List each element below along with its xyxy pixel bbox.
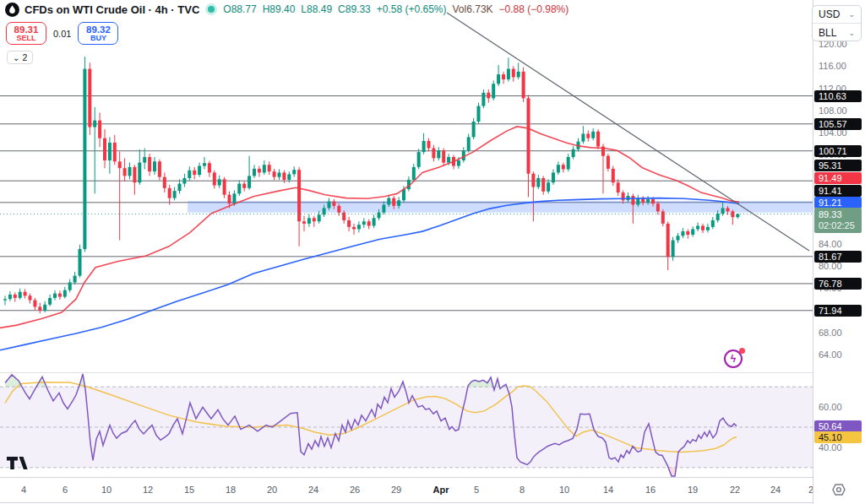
legend-volume-change: −0.88 (−0.98%) (499, 3, 569, 15)
collapsed-count: 2 (22, 52, 27, 62)
time-axis-label: 12 (143, 485, 153, 495)
time-axis-label: 24 (770, 485, 781, 495)
price-level-chip: 91.49 (814, 172, 862, 184)
magic-signal-button[interactable]: ϟ (724, 350, 744, 370)
trading-chart-window: CFDs on WTI Crude Oil · 4h · TVC O88.77 … (0, 0, 865, 504)
time-axis-label: 15 (184, 485, 194, 495)
price-level-chip: 91.41 (814, 185, 862, 197)
symbol-title[interactable]: CFDs on WTI Crude Oil · 4h · TVC (24, 3, 199, 16)
chevron-down-icon: ⌄ (848, 10, 855, 19)
currency-value: USD (819, 8, 840, 20)
legend-low: L88.49 (301, 3, 332, 15)
rsi-ma-value-chip: 45.10 (814, 431, 862, 443)
collapse-indicators-button[interactable]: ⌄ 2 (7, 51, 33, 64)
price-level-chip: 95.31 (814, 160, 862, 171)
time-axis-label: 14 (603, 485, 613, 495)
scale-unit-selector: USD ⌄ BLL ⌄ (812, 5, 862, 41)
price-tick-label: 68.00 (819, 328, 842, 338)
time-axis-label: 10 (101, 485, 112, 495)
time-axis-label: 4 (21, 485, 26, 495)
time-axis-label: 29 (391, 485, 401, 495)
rsi-value-chip: 50.64 (814, 420, 862, 432)
last-price-chip: 89.3302:02:25 (814, 208, 862, 233)
sell-label: SELL (16, 35, 35, 42)
notification-dot (739, 348, 745, 354)
time-axis-label: 26 (350, 485, 360, 495)
ohlc-legend: O88.77 H89.40 L88.49 C89.33 +0.58 (+0.65… (223, 3, 569, 15)
last-price-value: 89.33 (819, 209, 862, 220)
chart-legend: CFDs on WTI Crude Oil · 4h · TVC O88.77 … (5, 2, 569, 17)
time-axis-label: Apr (433, 485, 449, 495)
rsi-tick-label: 40.00 (819, 442, 842, 453)
buy-button[interactable]: 89.32 BUY (78, 22, 118, 45)
time-axis-label: 6 (63, 485, 68, 495)
price-tick-label: 108.00 (819, 106, 847, 116)
price-chart-canvas[interactable] (0, 0, 865, 504)
price-level-chip: 91.21 (814, 197, 862, 209)
currency-select[interactable]: USD ⌄ (813, 6, 861, 24)
price-scale[interactable]: 120.00116.00112.00108.00104.00100.0096.0… (813, 0, 865, 504)
price-level-chip: 71.94 (814, 305, 862, 317)
pane-separator[interactable] (0, 372, 865, 373)
legend-open: O88.77 (223, 3, 256, 15)
sell-price: 89.31 (14, 24, 39, 35)
legend-volume: Vol6.73K (453, 3, 493, 15)
chevron-down-icon: ⌄ (13, 53, 19, 62)
legend-change: +0.58 (+0.65%) (377, 3, 447, 15)
ma-slow-line (0, 198, 739, 350)
price-level-chip: 81.67 (814, 251, 862, 263)
time-axis-label: 10 (559, 485, 569, 495)
rsi-tick-label: 60.00 (819, 402, 842, 412)
price-level-chip: 100.71 (814, 145, 862, 157)
unit-select[interactable]: BLL ⌄ (813, 24, 861, 41)
order-panel: 89.31 SELL 0.01 89.32 BUY (6, 22, 118, 45)
time-scale[interactable]: 461012151820242629Apr5810141619222428 (0, 477, 865, 503)
market-status-icon[interactable] (208, 6, 215, 13)
axis-settings-button[interactable] (831, 482, 846, 497)
spread-value: 0.01 (53, 29, 71, 39)
legend-high: H89.40 (263, 3, 296, 15)
price-level-chip: 105.57 (814, 118, 862, 130)
price-tick-label: 116.00 (819, 61, 846, 71)
gear-icon (831, 482, 846, 497)
buy-label: BUY (90, 35, 106, 42)
bar-countdown: 02:02:25 (819, 220, 862, 231)
tradingview-logo-icon (7, 457, 32, 470)
tradingview-logo[interactable] (7, 457, 32, 474)
time-axis-label: 8 (520, 485, 525, 495)
price-level-chip: 76.78 (814, 278, 862, 290)
sell-button[interactable]: 89.31 SELL (6, 22, 46, 45)
buy-price: 89.32 (86, 24, 111, 35)
descending-trendline (447, 13, 809, 251)
price-level-chip: 110.63 (814, 90, 862, 102)
legend-close: C89.33 (338, 3, 371, 15)
time-axis-label: 18 (226, 485, 236, 495)
symbol-logo-oil-icon (5, 3, 19, 17)
time-axis-label: 22 (730, 485, 740, 495)
unit-value: BLL (819, 27, 836, 39)
time-axis-label: 19 (688, 485, 698, 495)
price-tick-label: 84.00 (819, 239, 842, 249)
time-axis-label: 20 (267, 485, 277, 495)
candles (3, 57, 739, 313)
time-axis-label: 16 (645, 485, 656, 495)
time-axis-label: 5 (474, 485, 479, 495)
time-axis-label: 24 (308, 485, 318, 495)
price-tick-label: 64.00 (819, 350, 842, 360)
chevron-down-icon: ⌄ (848, 29, 855, 37)
